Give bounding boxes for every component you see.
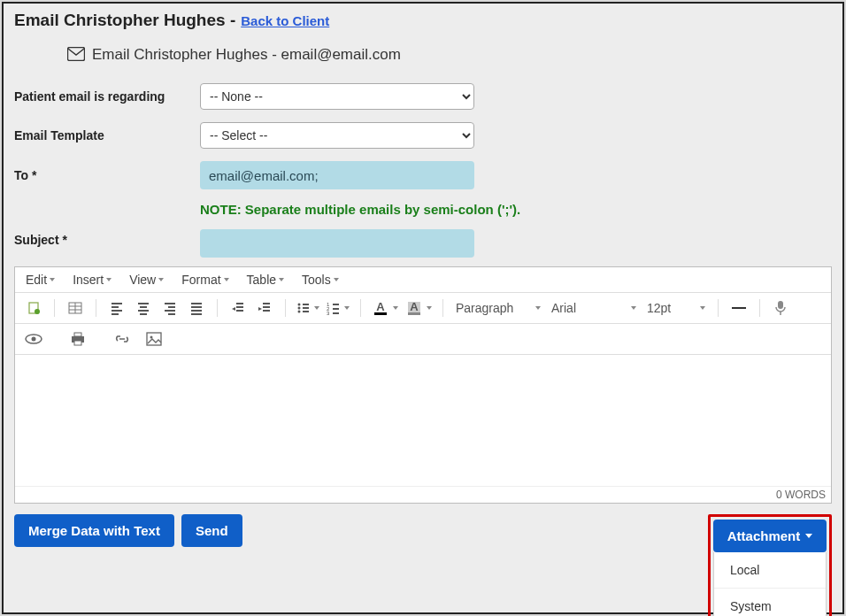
email-target-header: Email Christopher Hughes - email@email.c…: [67, 46, 832, 64]
preview-icon[interactable]: [24, 329, 43, 349]
table-icon[interactable]: [65, 298, 85, 318]
horizontal-rule-icon[interactable]: [729, 298, 749, 318]
chevron-down-icon: [631, 306, 636, 310]
svg-text:3: 3: [327, 311, 330, 315]
chevron-down-icon: [224, 278, 229, 281]
template-label: Email Template: [14, 128, 200, 142]
new-document-icon[interactable]: [24, 298, 43, 318]
attachment-button[interactable]: Attachment: [713, 520, 827, 552]
print-icon[interactable]: [68, 329, 88, 349]
editor-body[interactable]: [15, 355, 831, 486]
link-icon[interactable]: [112, 329, 132, 349]
menu-table[interactable]: Table: [247, 273, 284, 287]
align-left-icon[interactable]: [107, 298, 127, 318]
paragraph-dropdown[interactable]: Paragraph: [454, 301, 542, 315]
align-right-icon[interactable]: [160, 298, 180, 318]
attachment-menu: Local System: [713, 552, 827, 616]
chevron-down-icon: [314, 306, 319, 310]
font-dropdown[interactable]: Arial: [550, 301, 638, 315]
svg-rect-44: [778, 301, 783, 309]
editor-toolbar: 123 A A Paragraph Arial 12pt: [15, 293, 831, 324]
page-header: Email Christopher Hughes - Back to Clien…: [14, 11, 832, 30]
bullet-list-button[interactable]: [296, 301, 319, 315]
attach-option-local[interactable]: Local: [714, 552, 826, 589]
svg-rect-50: [74, 341, 81, 345]
template-select[interactable]: -- Select --: [200, 122, 474, 149]
back-to-client-link[interactable]: Back to Client: [241, 13, 329, 28]
menu-format[interactable]: Format: [181, 273, 228, 287]
svg-rect-0: [68, 47, 85, 60]
svg-point-33: [298, 307, 301, 310]
svg-marker-30: [258, 307, 262, 311]
chevron-down-icon: [535, 306, 541, 310]
to-label: To *: [14, 168, 200, 182]
svg-marker-26: [232, 307, 235, 311]
indent-icon[interactable]: [255, 298, 274, 318]
svg-rect-49: [74, 333, 81, 336]
editor-menubar: Edit Insert View Format Table Tools: [15, 267, 831, 293]
svg-point-2: [35, 309, 40, 314]
to-field[interactable]: [200, 161, 474, 189]
svg-point-31: [298, 304, 301, 306]
chevron-down-icon: [50, 278, 55, 281]
numbered-list-button[interactable]: 123: [327, 301, 350, 315]
fontsize-dropdown[interactable]: 12pt: [645, 301, 707, 315]
svg-rect-51: [147, 333, 161, 345]
menu-edit[interactable]: Edit: [26, 273, 55, 287]
menu-tools[interactable]: Tools: [302, 273, 339, 287]
attach-option-system[interactable]: System: [714, 589, 826, 616]
subject-label: Subject *: [14, 229, 200, 247]
chevron-down-icon: [805, 534, 812, 538]
microphone-icon[interactable]: [771, 298, 790, 318]
image-icon[interactable]: [144, 329, 164, 349]
svg-point-52: [150, 336, 153, 339]
subject-field[interactable]: [200, 229, 474, 258]
attachment-group-highlighted: Attachment Local System: [708, 514, 832, 616]
outdent-icon[interactable]: [228, 298, 248, 318]
font-color-button[interactable]: A: [372, 302, 398, 315]
email-compose-window: Email Christopher Hughes - Back to Clien…: [2, 2, 844, 614]
align-center-icon[interactable]: [134, 298, 153, 318]
rich-text-editor: Edit Insert View Format Table Tools: [14, 266, 832, 504]
svg-point-35: [298, 311, 301, 313]
chevron-down-icon: [427, 306, 432, 310]
chevron-down-icon: [106, 278, 112, 281]
email-target-text: Email Christopher Hughes - email@email.c…: [92, 46, 401, 64]
patient-select[interactable]: -- None --: [200, 83, 474, 110]
menu-insert[interactable]: Insert: [73, 273, 112, 287]
chevron-down-icon: [334, 278, 339, 281]
chevron-down-icon: [279, 278, 284, 281]
highlight-color-button[interactable]: A: [405, 302, 432, 315]
word-count: 0 WORDS: [15, 486, 831, 503]
chevron-down-icon: [393, 306, 398, 310]
svg-point-47: [32, 337, 36, 342]
chevron-down-icon: [700, 306, 705, 310]
chevron-down-icon: [344, 306, 350, 310]
note-text: NOTE: Separate multiple emails by semi-c…: [200, 202, 832, 217]
mail-icon: [67, 47, 85, 64]
patient-label: Patient email is regarding: [14, 89, 200, 104]
editor-toolbar-2: [15, 324, 831, 355]
align-justify-icon[interactable]: [187, 298, 206, 318]
page-title: Email Christopher Hughes -: [14, 11, 235, 30]
chevron-down-icon: [158, 278, 164, 281]
send-button[interactable]: Send: [181, 514, 242, 547]
menu-view[interactable]: View: [129, 273, 164, 287]
merge-button[interactable]: Merge Data with Text: [14, 514, 174, 547]
